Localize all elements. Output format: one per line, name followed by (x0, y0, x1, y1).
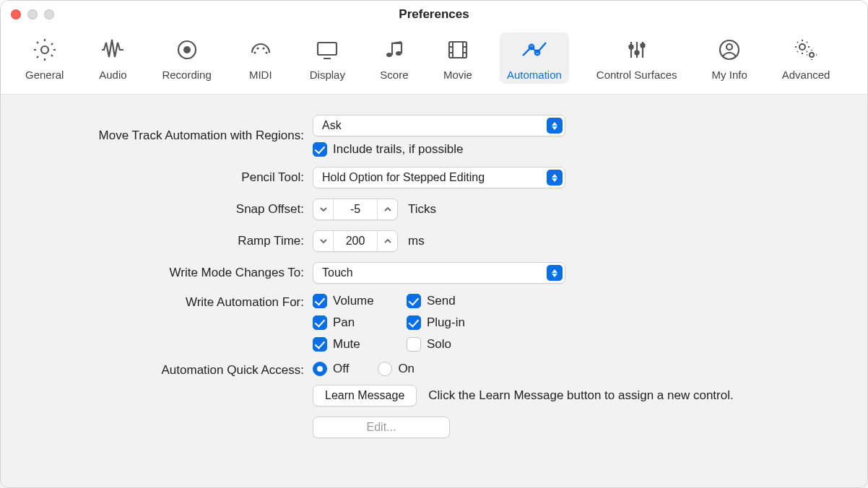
checkbox-icon (313, 315, 327, 330)
learn-message-hint: Click the Learn Message button to assign… (428, 388, 733, 403)
select-value: Touch (322, 266, 353, 279)
move-track-select[interactable]: Ask (313, 115, 565, 136)
svg-point-20 (726, 44, 732, 50)
ramp-time-unit: ms (408, 234, 425, 248)
write-automation-label: Write Automation For: (22, 294, 304, 310)
checkbox-icon (407, 337, 421, 352)
toolbar-label: Movie (443, 69, 472, 81)
sliders-icon (622, 37, 651, 66)
toolbar-label: Audio (99, 69, 126, 81)
toolbar-item-recording[interactable]: Recording (155, 32, 218, 84)
midi-icon (246, 37, 275, 66)
svg-point-3 (253, 51, 256, 53)
write-mode-label: Write Mode Changes To: (22, 266, 304, 280)
mute-checkbox[interactable]: Mute (313, 337, 407, 352)
checkbox-icon (313, 294, 327, 308)
preferences-window: Preferences General Audio Recording MIDI (0, 0, 868, 488)
toolbar-item-automation[interactable]: Automation (500, 32, 569, 84)
chevron-up-icon[interactable] (377, 231, 397, 251)
chevron-down-icon[interactable] (313, 231, 334, 251)
titlebar: Preferences (1, 1, 867, 28)
checkbox-label: Pan (333, 315, 355, 330)
toolbar-label: General (25, 69, 64, 81)
checkbox-label: Volume (333, 294, 374, 308)
select-value: Hold Option for Stepped Editing (322, 171, 485, 184)
gears-icon (791, 37, 820, 66)
checkbox-icon (313, 142, 327, 157)
svg-point-17 (635, 51, 638, 54)
svg-point-16 (629, 45, 633, 48)
score-icon (380, 37, 409, 66)
svg-point-9 (396, 51, 402, 56)
toolbar: General Audio Recording MIDI Display (1, 28, 867, 95)
toolbar-label: Recording (162, 69, 211, 81)
toolbar-label: My Info (712, 69, 747, 81)
updown-icon (547, 170, 563, 186)
toolbar-item-audio[interactable]: Audio (91, 32, 134, 84)
solo-checkbox[interactable]: Solo (407, 337, 522, 352)
snap-offset-label: Snap Offset: (22, 202, 304, 217)
checkbox-label: Include trails, if possible (333, 142, 463, 157)
svg-point-8 (386, 53, 392, 57)
checkbox-label: Plug-in (427, 315, 465, 330)
toolbar-item-general[interactable]: General (18, 32, 71, 84)
record-icon (173, 37, 201, 66)
volume-checkbox[interactable]: Volume (313, 294, 407, 308)
person-icon (715, 37, 744, 66)
svg-point-0 (41, 46, 48, 53)
toolbar-item-advanced[interactable]: Advanced (775, 32, 838, 84)
write-mode-select[interactable]: Touch (313, 262, 565, 284)
chevron-down-icon[interactable] (313, 199, 334, 219)
checkbox-icon (407, 315, 421, 330)
snap-offset-unit: Ticks (408, 202, 436, 217)
svg-point-21 (799, 44, 805, 50)
snap-offset-stepper[interactable]: -5 (313, 199, 398, 220)
learn-message-button[interactable]: Learn Message (313, 385, 417, 406)
quick-access-on-radio[interactable]: On (378, 362, 415, 376)
display-icon (313, 37, 342, 66)
pencil-tool-select[interactable]: Hold Option for Stepped Editing (313, 167, 565, 188)
pan-checkbox[interactable]: Pan (313, 315, 407, 330)
toolbar-item-my-info[interactable]: My Info (705, 32, 755, 84)
radio-icon (378, 362, 392, 376)
checkbox-label: Solo (427, 337, 451, 352)
radio-label: On (398, 362, 415, 376)
updown-icon (547, 265, 563, 281)
toolbar-label: Score (380, 69, 408, 81)
toolbar-label: Display (310, 69, 345, 81)
ramp-time-stepper[interactable]: 200 (313, 230, 398, 252)
svg-point-22 (810, 53, 814, 57)
svg-point-5 (262, 47, 264, 49)
close-button[interactable] (11, 9, 21, 19)
content-area: Move Track Automation with Regions: Ask … (1, 95, 867, 487)
chevron-up-icon[interactable] (377, 199, 397, 219)
toolbar-label: Automation (507, 69, 562, 81)
include-trails-checkbox[interactable]: Include trails, if possible (313, 142, 846, 157)
updown-icon (547, 118, 563, 134)
quick-access-off-radio[interactable]: Off (313, 362, 349, 376)
ramp-time-label: Ramp Time: (22, 234, 304, 248)
stepper-value: 200 (334, 235, 377, 248)
waveform-icon (98, 37, 127, 66)
edit-button[interactable]: Edit... (313, 417, 450, 438)
zoom-button[interactable] (44, 9, 54, 19)
toolbar-item-score[interactable]: Score (373, 32, 416, 84)
toolbar-item-display[interactable]: Display (303, 32, 352, 84)
plugin-checkbox[interactable]: Plug-in (407, 315, 522, 330)
checkbox-icon (407, 294, 421, 308)
checkbox-icon (313, 337, 327, 352)
svg-rect-10 (449, 42, 466, 58)
toolbar-item-control-surfaces[interactable]: Control Surfaces (589, 32, 685, 84)
svg-point-18 (641, 43, 644, 47)
gear-icon (30, 37, 59, 66)
move-track-label: Move Track Automation with Regions: (22, 128, 304, 143)
svg-point-6 (265, 51, 267, 53)
send-checkbox[interactable]: Send (407, 294, 522, 308)
checkbox-label: Send (427, 294, 456, 308)
radio-label: Off (333, 362, 349, 376)
toolbar-item-midi[interactable]: MIDI (239, 32, 282, 84)
svg-point-2 (183, 46, 191, 53)
toolbar-item-movie[interactable]: Movie (436, 32, 479, 84)
minimize-button[interactable] (27, 9, 38, 19)
checkbox-label: Mute (333, 337, 360, 352)
